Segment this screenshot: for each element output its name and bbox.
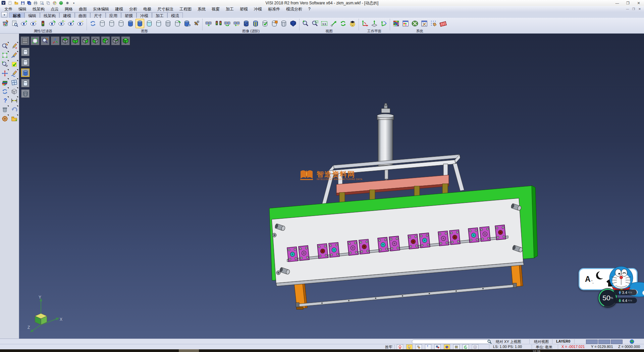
tab-1[interactable]: 编辑 — [24, 12, 40, 18]
menu-item-10[interactable]: 尺寸标注 — [154, 6, 176, 12]
ribbon-cyl-dark-button[interactable] — [242, 19, 251, 28]
ribbon-eye-plusminus-button[interactable]: +− — [57, 19, 66, 28]
render-mode-cyl-light-3-button[interactable] — [21, 79, 30, 87]
status-stamp-red-button[interactable] — [397, 344, 403, 350]
units-indicator[interactable]: 单位: 毫米 — [536, 345, 552, 350]
ribbon-traffic-light-button[interactable] — [39, 19, 47, 28]
view-cube-edge-button[interactable] — [111, 36, 120, 45]
ribbon-cyl-wire-button[interactable] — [164, 19, 172, 28]
ribbon-globe-tools-button[interactable] — [411, 19, 419, 28]
status-hand-tool-button[interactable] — [416, 344, 422, 350]
menu-item-17[interactable]: 标准件 — [265, 6, 283, 12]
ribbon-one-to-one-button[interactable]: 1:1 — [320, 19, 329, 28]
ribbon-cyl-copy-button[interactable] — [182, 19, 191, 28]
tab-7[interactable]: 塑膜 — [121, 12, 137, 18]
layer-segment-2[interactable] — [598, 340, 610, 344]
status-grid-4-button[interactable] — [472, 344, 478, 350]
toolbar-dropdown-button[interactable]: ▼ — [1, 12, 7, 17]
qat-settings-mini-button[interactable] — [65, 1, 70, 6]
ribbon-refresh-green-button[interactable] — [339, 19, 347, 28]
lock-label[interactable]: 拴牢 — [385, 345, 392, 350]
ribbon-eye-add-button[interactable]: + — [20, 19, 29, 28]
ribbon-eye-add-button[interactable]: + — [67, 19, 75, 28]
ribbon-cameras-plusminus-button[interactable]: +− — [232, 19, 241, 28]
ribbon-cs-rotate-button[interactable] — [379, 19, 388, 28]
toolbox-frame-fit-button[interactable] — [0, 51, 9, 59]
qat-preview-button[interactable] — [39, 1, 45, 6]
ribbon-eye-remove-button[interactable]: − — [29, 19, 38, 28]
ribbon-eye-remove-button[interactable]: − — [76, 19, 85, 28]
toolbox-question-button[interactable]: ? — [0, 96, 9, 105]
toolbox-cube-gray-button[interactable] — [10, 87, 18, 96]
qat-copy-button[interactable] — [46, 1, 51, 6]
view-zoom-prev-button[interactable] — [41, 36, 50, 45]
tab-9[interactable]: 加工 — [152, 12, 167, 18]
3d-viewport[interactable]: 智造资料网 INTELLIGENT MANUFACTURING DATA Y X… — [19, 34, 644, 339]
menu-item-3[interactable]: 点云 — [48, 6, 62, 12]
close-button[interactable]: ✕ — [633, 0, 644, 6]
toolbox-window-blue-button[interactable] — [10, 78, 18, 87]
view-cube-solid-button[interactable] — [121, 36, 130, 45]
tab-5[interactable]: 尺寸 — [90, 12, 106, 18]
render-mode-cyl-wire-4-button[interactable] — [21, 89, 30, 98]
menu-item-7[interactable]: 建模 — [112, 6, 126, 12]
qat-save-all-button[interactable] — [26, 1, 32, 6]
status-snap-button[interactable] — [434, 344, 441, 350]
globe-icon[interactable] — [630, 339, 634, 344]
ribbon-cyl-blue-button[interactable] — [136, 19, 144, 28]
ribbon-zoom-plus-button[interactable]: + — [301, 19, 310, 28]
menu-item-18[interactable]: 模流分析 — [283, 6, 305, 12]
ribbon-cameras-add-button[interactable]: + — [204, 19, 213, 28]
ribbon-cs-plane-button[interactable] — [370, 19, 379, 28]
render-mode-cyl-outline-1-button[interactable] — [21, 58, 30, 67]
ribbon-tools-button[interactable] — [192, 19, 201, 28]
toolbox-axis-move-button[interactable] — [0, 69, 9, 78]
menu-item-2[interactable]: 线架构 — [30, 6, 48, 12]
menu-item-1[interactable]: 编辑 — [15, 6, 30, 12]
abs-view-label[interactable]: 绝对视图 — [534, 339, 549, 344]
render-mode-cyl-blue-2-button[interactable] — [21, 69, 30, 77]
status-ucs-box-button[interactable] — [444, 344, 450, 350]
menu-item-6[interactable]: 实体编辑 — [90, 6, 112, 12]
ribbon-cyl-recycle-button[interactable] — [173, 19, 182, 28]
view-cube-left-button[interactable] — [91, 36, 100, 45]
ribbon-refresh-blue-button[interactable] — [89, 19, 97, 28]
tab-6[interactable]: 应用 — [106, 12, 121, 18]
ribbon-traffic-pair-button[interactable] — [214, 19, 222, 28]
menu-item-16[interactable]: 冲模 — [251, 6, 265, 12]
ribbon-cs-axes-button[interactable] — [361, 19, 369, 28]
tab-3[interactable]: 建模 — [59, 12, 75, 18]
status-rotate-green-button[interactable] — [463, 344, 469, 350]
menu-item-11[interactable]: 工程图 — [176, 6, 195, 12]
ribbon-cameras-refresh-button[interactable] — [223, 19, 232, 28]
search-input[interactable] — [412, 340, 490, 344]
layer-segment-1[interactable] — [586, 340, 598, 344]
view-cube-right-button[interactable] — [81, 36, 90, 45]
view-cube-front-button[interactable] — [101, 36, 110, 45]
view-cube-top-button[interactable] — [61, 36, 70, 45]
menu-item-15[interactable]: 塑模 — [237, 6, 251, 12]
toolbox-books-button[interactable] — [0, 78, 9, 87]
toolbox-refresh-blue-button[interactable] — [0, 87, 9, 96]
taskbar-app-segment[interactable] — [179, 349, 199, 352]
menu-item-0[interactable]: 文件 — [1, 6, 15, 12]
child-minimize-button[interactable]: — — [625, 7, 631, 11]
ribbon-attr-paint-button[interactable] — [1, 19, 10, 28]
ribbon-eye-refresh-button[interactable] — [48, 19, 57, 28]
qat-print-button[interactable] — [33, 1, 38, 6]
tab-10[interactable]: 模流 — [167, 12, 183, 18]
tab-8[interactable]: 冲模 — [137, 12, 152, 18]
child-restore-button[interactable]: ❐ — [631, 7, 637, 11]
ribbon-color-grid-button[interactable] — [392, 19, 400, 28]
toolbox-pencil-wave-button[interactable] — [10, 69, 18, 78]
ribbon-cyl-check-button[interactable] — [261, 19, 269, 28]
toolbox-check-yellow-button[interactable] — [10, 60, 18, 69]
ribbon-cyl-cyan-button[interactable] — [145, 19, 154, 28]
tab-2[interactable]: 线架构 — [40, 12, 59, 18]
ribbon-cyl-striped-button[interactable] — [251, 19, 260, 28]
menu-item-19[interactable]: ? — [305, 7, 314, 11]
qat-save-file-button[interactable] — [20, 1, 25, 6]
toolbox-pencil-x-button[interactable]: ✕ — [10, 42, 18, 50]
layer-segment-3[interactable] — [611, 340, 623, 344]
layer-indicator[interactable]: LAYER0 — [556, 339, 570, 343]
